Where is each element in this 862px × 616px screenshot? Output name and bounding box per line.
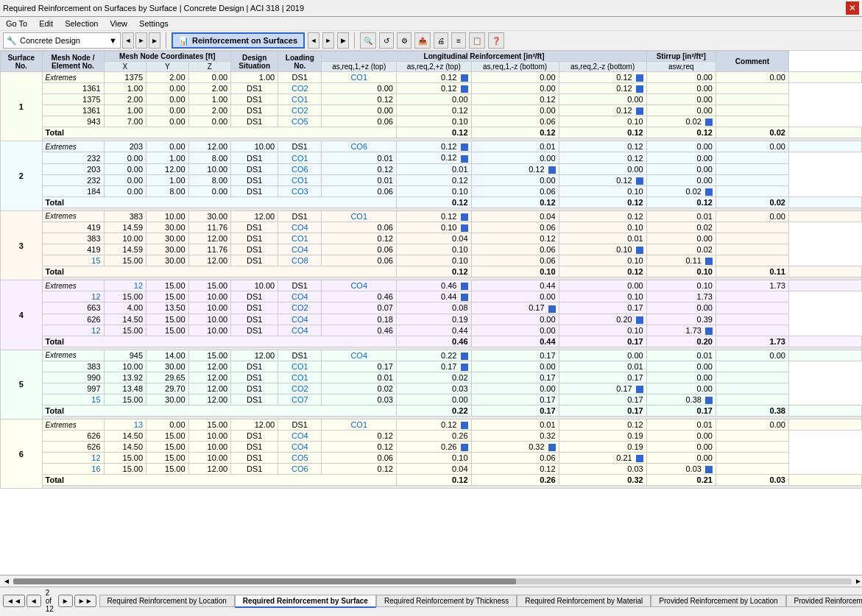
highlight-icon[interactable] bbox=[705, 118, 713, 126]
load-link[interactable]: CO1 bbox=[292, 95, 308, 104]
tab-first-btn[interactable]: ◄◄ bbox=[3, 595, 25, 607]
load-link[interactable]: CO4 bbox=[292, 292, 308, 301]
highlight-icon[interactable] bbox=[636, 177, 643, 185]
load-link[interactable]: CO1 bbox=[350, 73, 367, 82]
load-link[interactable]: CO1 bbox=[292, 154, 308, 163]
highlight-icon[interactable] bbox=[636, 85, 643, 93]
bottom-tab-5[interactable]: Provided Reinforcement by bbox=[786, 595, 862, 607]
highlight-icon[interactable] bbox=[548, 444, 556, 451]
load-link[interactable]: CO6 bbox=[350, 142, 367, 151]
highlight-icon[interactable] bbox=[636, 316, 643, 324]
active-view-tab[interactable]: 📊 Reinforcement on Surfaces bbox=[172, 32, 305, 49]
load-link[interactable]: CO1 bbox=[292, 373, 308, 382]
highlight-icon[interactable] bbox=[636, 247, 643, 254]
scroll-left-icon[interactable]: ◄ bbox=[3, 577, 10, 585]
bottom-tab-0[interactable]: Required Reinforcement by Location bbox=[99, 595, 235, 607]
mesh-link[interactable]: 15 bbox=[91, 256, 100, 265]
nav-forward-button[interactable]: ▶ bbox=[149, 32, 160, 49]
scroll-right-icon[interactable]: ► bbox=[855, 577, 862, 585]
highlight-icon[interactable] bbox=[461, 144, 468, 151]
load-link[interactable]: CO1 bbox=[350, 420, 367, 429]
mesh-link[interactable]: 12 bbox=[91, 326, 100, 335]
bottom-tab-4[interactable]: Provided Reinforcement by Location bbox=[651, 595, 785, 607]
filter-button[interactable]: 🔍 bbox=[360, 32, 376, 49]
tab-nav-end[interactable]: ▶ bbox=[337, 32, 349, 49]
load-link[interactable]: CO4 bbox=[292, 315, 308, 324]
highlight-icon[interactable] bbox=[705, 188, 713, 196]
print-button[interactable]: 🖨 bbox=[434, 32, 448, 49]
load-link[interactable]: CO1 bbox=[292, 176, 308, 185]
load-link[interactable]: CO5 bbox=[292, 117, 308, 126]
highlight-icon[interactable] bbox=[636, 455, 643, 462]
highlight-icon[interactable] bbox=[461, 224, 468, 232]
tab-nav-prev[interactable]: ◄ bbox=[308, 32, 319, 49]
menu-item-selection[interactable]: Selection bbox=[62, 18, 101, 29]
highlight-icon[interactable] bbox=[636, 386, 643, 393]
copy-button[interactable]: 📋 bbox=[469, 32, 485, 49]
mesh-link[interactable]: 12 bbox=[91, 292, 100, 301]
highlight-icon[interactable] bbox=[461, 294, 468, 301]
view-dropdown[interactable]: 🔧 Concrete Design ▼ bbox=[3, 32, 121, 49]
menu-item-settings[interactable]: Settings bbox=[136, 18, 172, 29]
load-link[interactable]: CO1 bbox=[350, 212, 367, 221]
load-link[interactable]: CO4 bbox=[350, 351, 367, 360]
highlight-icon[interactable] bbox=[461, 353, 468, 360]
highlight-icon[interactable] bbox=[461, 364, 468, 371]
tab-prev-btn[interactable]: ◄ bbox=[27, 595, 41, 607]
load-link[interactable]: CO4 bbox=[292, 442, 308, 451]
highlight-icon[interactable] bbox=[461, 85, 468, 93]
highlight-icon[interactable] bbox=[461, 283, 468, 290]
bottom-tab-3[interactable]: Required Reinforcement by Material bbox=[517, 595, 651, 607]
mesh-link[interactable]: 16 bbox=[91, 464, 100, 473]
highlight-icon[interactable] bbox=[705, 258, 713, 265]
load-link[interactable]: CO6 bbox=[292, 165, 308, 174]
load-link[interactable]: CO4 bbox=[292, 431, 308, 440]
tab-next-btn[interactable]: ► bbox=[58, 595, 73, 607]
menu-item-edit[interactable]: Edit bbox=[36, 18, 56, 29]
close-button[interactable]: ✕ bbox=[846, 1, 859, 15]
export-button[interactable]: 📤 bbox=[414, 32, 431, 49]
bottom-tab-2[interactable]: Required Reinforcement by Thickness bbox=[376, 595, 517, 607]
load-link[interactable]: CO3 bbox=[292, 187, 308, 196]
highlight-icon[interactable] bbox=[461, 444, 468, 451]
load-link[interactable]: CO2 bbox=[292, 384, 308, 393]
load-link[interactable]: CO2 bbox=[292, 106, 308, 115]
tab-nav-next[interactable]: ► bbox=[322, 32, 334, 49]
load-link[interactable]: CO4 bbox=[292, 326, 308, 335]
highlight-icon[interactable] bbox=[548, 166, 556, 174]
bottom-tab-1[interactable]: Required Reinforcement by Surface bbox=[235, 595, 376, 608]
scrollbar-horizontal[interactable]: ◄ ► bbox=[0, 575, 862, 587]
load-link[interactable]: CO8 bbox=[292, 256, 308, 265]
mesh-link[interactable]: 12 bbox=[91, 453, 100, 462]
load-link[interactable]: CO2 bbox=[292, 84, 308, 93]
load-link[interactable]: CO2 bbox=[292, 303, 308, 312]
highlight-icon[interactable] bbox=[705, 466, 713, 473]
refresh-button[interactable]: ↺ bbox=[379, 32, 394, 49]
help-button[interactable]: ❓ bbox=[488, 32, 504, 49]
highlight-icon[interactable] bbox=[548, 305, 556, 313]
mesh-link[interactable]: 15 bbox=[91, 395, 100, 404]
mesh-link[interactable]: 12 bbox=[134, 281, 143, 290]
load-link[interactable]: CO1 bbox=[292, 234, 308, 243]
load-link[interactable]: CO6 bbox=[292, 464, 308, 473]
highlight-icon[interactable] bbox=[461, 213, 468, 221]
nav-next-button[interactable]: ► bbox=[135, 32, 147, 49]
load-link[interactable]: CO5 bbox=[292, 453, 308, 462]
highlight-icon[interactable] bbox=[461, 155, 468, 163]
tab-last-btn[interactable]: ►► bbox=[74, 595, 96, 607]
mesh-link[interactable]: 13 bbox=[134, 420, 143, 429]
content-area[interactable]: SurfaceNo. Mesh Node /Element No. Mesh N… bbox=[0, 51, 862, 575]
menu-item-view[interactable]: View bbox=[107, 18, 130, 29]
highlight-icon[interactable] bbox=[636, 74, 643, 82]
columns-button[interactable]: ≡ bbox=[451, 32, 466, 49]
highlight-icon[interactable] bbox=[461, 74, 468, 82]
highlight-icon[interactable] bbox=[705, 328, 713, 335]
menu-item-go-to[interactable]: Go To bbox=[3, 18, 30, 29]
highlight-icon[interactable] bbox=[461, 422, 468, 429]
highlight-icon[interactable] bbox=[636, 107, 643, 115]
settings-button[interactable]: ⚙ bbox=[397, 32, 411, 49]
load-link[interactable]: CO7 bbox=[292, 395, 308, 404]
load-link[interactable]: CO4 bbox=[292, 223, 308, 232]
nav-prev-button[interactable]: ◄ bbox=[122, 32, 134, 49]
load-link[interactable]: CO4 bbox=[292, 245, 308, 254]
